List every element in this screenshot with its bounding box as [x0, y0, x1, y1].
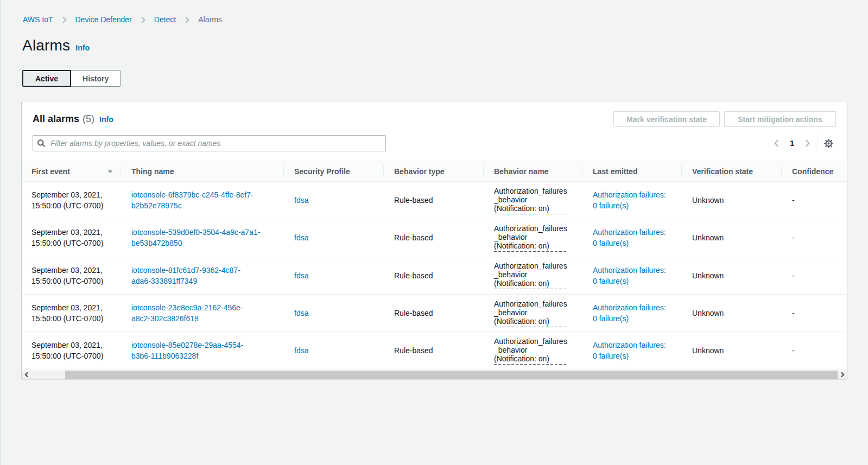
page-title: Alarms [22, 36, 70, 55]
scroll-right-button[interactable] [838, 371, 847, 379]
sort-descending-icon [107, 169, 113, 174]
cell-behavior-name: Authorization_failures_behavior(Notifica… [483, 257, 582, 295]
page-title-info-link[interactable]: Info [75, 43, 90, 52]
panel-actions: Mark verification state Start mitigation… [613, 111, 836, 127]
cell-behavior-name: Authorization_failures_behavior(Notifica… [483, 182, 582, 219]
cell-last-emitted: Authorization failures:0 failure(s) [582, 257, 681, 295]
cell-security-profile: fdsa [283, 182, 383, 219]
thing-name-link[interactable]: iotconsole-6f8379bc-c245-4ffe-8ef7-b2b52… [131, 189, 254, 211]
cell-verification-state: Unknown [681, 219, 781, 257]
behavior-name-tooltip-trigger[interactable]: Authorization_failures_behavior(Notifica… [494, 337, 567, 365]
cell-confidence: - [781, 332, 847, 370]
last-emitted-link[interactable]: Authorization failures:0 failure(s) [593, 302, 666, 324]
thing-name-link[interactable]: iotconsole-23e8ec9a-2162-456e-a8c2-302c3… [131, 302, 243, 324]
chevron-right-icon [140, 16, 147, 23]
cell-first-event: September 03, 2021,15:50:00 (UTC-0700) [22, 295, 121, 332]
panel-header: All alarms (5) Info Mark verification st… [22, 101, 847, 127]
pagination: 1 [772, 135, 836, 151]
breadcrumb: AWS IoT Device Defender Detect Alarms [23, 14, 847, 25]
last-emitted-link[interactable]: Authorization failures:0 failure(s) [593, 227, 666, 249]
last-emitted-link[interactable]: Authorization failures:0 failure(s) [593, 340, 666, 361]
table-row: September 03, 2021,15:50:00 (UTC-0700) i… [22, 332, 847, 370]
panel-title: All alarms [33, 113, 79, 125]
cell-last-emitted: Authorization failures:0 failure(s) [582, 219, 681, 257]
table-preferences-button[interactable] [824, 139, 833, 148]
behavior-name-tooltip-trigger[interactable]: Authorization_failures_behavior(Notifica… [494, 300, 567, 327]
security-profile-link[interactable]: fdsa [294, 195, 308, 206]
table-row: September 03, 2021,15:50:00 (UTC-0700) i… [22, 257, 847, 295]
table-header-row: First event Thing name Security Profile … [22, 161, 847, 182]
security-profile-link[interactable]: fdsa [294, 345, 308, 356]
panel-title-row: All alarms (5) Info [33, 111, 113, 125]
tab-active[interactable]: Active [22, 70, 71, 87]
behavior-name-tooltip-trigger[interactable]: Authorization_failures_behavior(Notifica… [494, 187, 567, 214]
collapsed-side-panel-edge [0, 0, 1, 465]
cell-thing-name: iotconsole-6f8379bc-c245-4ffe-8ef7-b2b52… [121, 182, 283, 219]
view-tabs: Active History [22, 70, 847, 87]
cell-behavior-type: Rule-based [383, 219, 483, 257]
cell-thing-name: iotconsole-539d0ef0-3504-4a9c-a7a1-be53b… [121, 219, 283, 257]
mark-verification-state-button[interactable]: Mark verification state [613, 111, 720, 127]
cell-last-emitted: Authorization failures:0 failure(s) [582, 332, 681, 370]
column-header-confidence[interactable]: Confidence [781, 161, 847, 182]
thing-name-link[interactable]: iotconsole-81fc61d7-9362-4c87-ada6-33389… [131, 265, 240, 286]
title-row: Alarms Info [22, 36, 847, 55]
column-header-verification-state[interactable]: Verification state [681, 161, 781, 182]
scroll-left-button[interactable] [22, 371, 31, 379]
horizontal-scrollbar [22, 371, 847, 379]
cell-first-event: September 03, 2021,15:50:00 (UTC-0700) [22, 332, 121, 370]
behavior-name-tooltip-trigger[interactable]: Authorization_failures_behavior(Notifica… [494, 262, 567, 289]
column-header-behavior-name[interactable]: Behavior name [483, 161, 582, 182]
cell-security-profile: fdsa [283, 257, 383, 295]
alarms-table: First event Thing name Security Profile … [22, 161, 847, 379]
thing-name-link[interactable]: iotconsole-539d0ef0-3504-4a9c-a7a1-be53b… [131, 227, 260, 249]
cell-behavior-type: Rule-based [383, 332, 483, 370]
security-profile-link[interactable]: fdsa [294, 270, 308, 281]
table-row: September 03, 2021,15:50:00 (UTC-0700) i… [22, 219, 847, 257]
breadcrumb-aws-iot[interactable]: AWS IoT [23, 15, 53, 24]
cell-verification-state: Unknown [681, 332, 781, 370]
cell-last-emitted: Authorization failures:0 failure(s) [582, 295, 681, 332]
thing-name-link[interactable]: iotconsole-85e0278e-29aa-4554-b3b6-111b9… [131, 340, 243, 361]
cell-thing-name: iotconsole-81fc61d7-9362-4c87-ada6-33389… [121, 257, 283, 295]
behavior-name-tooltip-trigger[interactable]: Authorization_failures_behavior(Notifica… [494, 224, 567, 252]
previous-page-button[interactable] [772, 139, 781, 148]
table-toolbar: 1 [22, 127, 847, 151]
last-emitted-link[interactable]: Authorization failures:0 failure(s) [593, 265, 666, 286]
breadcrumb-device-defender[interactable]: Device Defender [75, 15, 132, 24]
column-header-first-event[interactable]: First event [22, 161, 121, 182]
next-page-button[interactable] [803, 139, 812, 148]
cell-behavior-name: Authorization_failures_behavior(Notifica… [483, 295, 582, 332]
alarm-count: (5) [83, 113, 94, 125]
cell-behavior-type: Rule-based [383, 182, 483, 219]
cell-last-emitted: Authorization failures:0 failure(s) [582, 182, 681, 219]
current-page-number[interactable]: 1 [790, 139, 794, 148]
chevron-right-icon [61, 16, 68, 23]
cell-first-event: September 03, 2021,15:50:00 (UTC-0700) [22, 182, 121, 219]
filter-alarms-input[interactable] [33, 135, 386, 151]
security-profile-link[interactable]: fdsa [294, 232, 308, 243]
cell-security-profile: fdsa [283, 219, 383, 257]
column-header-thing-name[interactable]: Thing name [121, 161, 283, 182]
cell-thing-name: iotconsole-23e8ec9a-2162-456e-a8c2-302c3… [121, 295, 283, 332]
panel-info-link[interactable]: Info [99, 115, 113, 124]
cell-behavior-name: Authorization_failures_behavior(Notifica… [483, 332, 582, 370]
column-header-last-emitted[interactable]: Last emitted [582, 161, 681, 182]
security-profile-link[interactable]: fdsa [294, 308, 308, 319]
breadcrumb-detect[interactable]: Detect [154, 15, 176, 24]
breadcrumb-alarms-current: Alarms [198, 15, 222, 24]
page: AWS IoT Device Defender Detect Alarms Al… [0, 0, 868, 379]
cell-verification-state: Unknown [681, 182, 781, 219]
scrollbar-thumb[interactable] [65, 371, 838, 379]
cell-first-event: September 03, 2021,15:50:00 (UTC-0700) [22, 257, 121, 295]
start-mitigation-actions-button[interactable]: Start mitigation actions [724, 111, 836, 127]
pagination-divider [817, 135, 818, 151]
filter-box [33, 135, 386, 151]
column-header-behavior-type[interactable]: Behavior type [383, 161, 483, 182]
cell-confidence: - [781, 219, 847, 257]
tab-history[interactable]: History [71, 70, 121, 87]
cell-verification-state: Unknown [681, 295, 781, 332]
table-row: September 03, 2021,15:50:00 (UTC-0700) i… [22, 295, 847, 332]
column-header-security-profile[interactable]: Security Profile [283, 161, 383, 182]
last-emitted-link[interactable]: Authorization failures:0 failure(s) [593, 189, 666, 211]
